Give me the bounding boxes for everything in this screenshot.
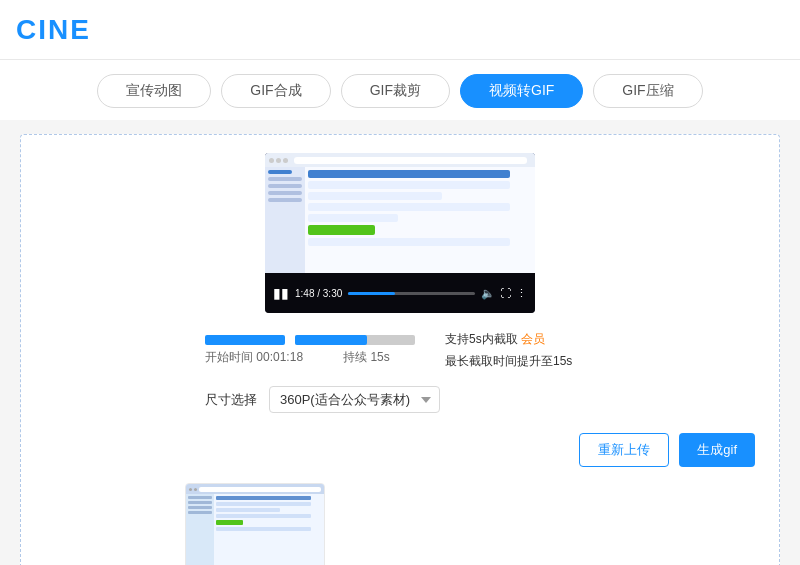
- reupload-button[interactable]: 重新上传: [579, 433, 669, 467]
- preview-content-line: [216, 514, 311, 518]
- content-block: [308, 214, 398, 222]
- browser-dot-3: [283, 158, 288, 163]
- content-block: [308, 203, 510, 211]
- preview-content-line: [216, 508, 280, 512]
- browser-main: [305, 167, 535, 273]
- top-bar: CINE: [0, 0, 800, 60]
- generate-button[interactable]: 生成gif: [679, 433, 755, 467]
- video-player: ▮▮ 1:48 / 3:30 🔈 ⛶ ⋮: [265, 153, 535, 313]
- start-time-label: 开始时间 00:01:18: [205, 349, 303, 366]
- sidebar-line: [268, 177, 302, 181]
- volume-icon[interactable]: 🔈: [481, 287, 495, 300]
- preview-sidebar-line: [188, 511, 212, 514]
- preview-section: 下载: [45, 483, 755, 565]
- preview-browser-bar: [186, 484, 324, 494]
- trim-duration-fill: [295, 335, 367, 345]
- browser-mockup: [265, 153, 535, 273]
- sidebar-line: [268, 198, 302, 202]
- trim-section: 开始时间 00:01:18 持续 15s 支持5s内截取 会员 最长截取时间提升…: [45, 329, 755, 372]
- size-section: 尺寸选择 360P(适合公众号素材) 480P 720P 1080P: [45, 386, 755, 413]
- video-screen: [265, 153, 535, 273]
- preview-sidebar-line: [188, 506, 212, 509]
- trim-bars: 开始时间 00:01:18 持续 15s: [205, 335, 415, 366]
- tab-promo[interactable]: 宣传动图: [97, 74, 211, 108]
- content-block: [308, 192, 442, 200]
- tab-gif-merge[interactable]: GIF合成: [221, 74, 330, 108]
- hint-line1: 支持5s内截取 会员: [445, 329, 572, 351]
- tab-video-to-gif[interactable]: 视频转GIF: [460, 74, 583, 108]
- browser-bar: [265, 153, 535, 167]
- vip-label: 会员: [521, 332, 545, 346]
- trim-duration-bar[interactable]: [295, 335, 415, 345]
- tab-gif-compress[interactable]: GIF压缩: [593, 74, 702, 108]
- tab-gif-crop[interactable]: GIF裁剪: [341, 74, 450, 108]
- browser-url-bar: [294, 157, 527, 164]
- trim-start-bar[interactable]: [205, 335, 285, 345]
- video-screen-content: [265, 153, 535, 273]
- browser-content: [265, 167, 535, 273]
- preview-main: [214, 494, 324, 565]
- size-label: 尺寸选择: [205, 391, 257, 409]
- video-container: ▮▮ 1:48 / 3:30 🔈 ⛶ ⋮: [45, 153, 755, 313]
- preview-sidebar: [186, 494, 214, 565]
- preview-content-line: [216, 527, 311, 531]
- hint-line2: 最长截取时间提升至15s: [445, 351, 572, 373]
- trim-info: 开始时间 00:01:18 持续 15s: [205, 349, 415, 366]
- preview-dot-2: [194, 488, 197, 491]
- preview-dot-1: [189, 488, 192, 491]
- trim-row: 开始时间 00:01:18 持续 15s 支持5s内截取 会员 最长截取时间提升…: [205, 329, 572, 372]
- sidebar-line: [268, 170, 292, 174]
- preview-sidebar-line: [188, 496, 212, 499]
- content-block: [308, 238, 510, 246]
- preview-url-bar: [199, 487, 321, 492]
- browser-dot-2: [276, 158, 281, 163]
- video-controls: ▮▮ 1:48 / 3:30 🔈 ⛶ ⋮: [265, 273, 535, 313]
- control-icons: 🔈 ⛶ ⋮: [481, 287, 527, 300]
- browser-sidebar: [265, 167, 305, 273]
- preview-content-line: [216, 502, 311, 506]
- preview-card: 下载: [185, 483, 325, 565]
- content-block-green: [308, 225, 375, 235]
- preview-sidebar-line: [188, 501, 212, 504]
- content-block: [308, 170, 510, 178]
- progress-bar[interactable]: [348, 292, 475, 295]
- hint-section: 支持5s内截取 会员 最长截取时间提升至15s: [445, 329, 572, 372]
- sidebar-line: [268, 184, 302, 188]
- preview-content-line: [216, 496, 311, 500]
- nav-tabs: 宣传动图 GIF合成 GIF裁剪 视频转GIF GIF压缩: [0, 60, 800, 120]
- preview-content-line-green: [216, 520, 243, 525]
- main-content: ▮▮ 1:48 / 3:30 🔈 ⛶ ⋮: [20, 134, 780, 565]
- play-button[interactable]: ▮▮: [273, 285, 289, 301]
- action-buttons: 重新上传 生成gif: [45, 433, 755, 467]
- browser-dot-1: [269, 158, 274, 163]
- preview-image: [186, 484, 324, 565]
- more-icon[interactable]: ⋮: [516, 287, 527, 300]
- time-display: 1:48 / 3:30: [295, 288, 342, 299]
- progress-fill: [348, 292, 395, 295]
- preview-content: [186, 494, 324, 565]
- duration-label: 持续 15s: [343, 349, 390, 366]
- logo: CINE: [16, 14, 91, 46]
- size-select[interactable]: 360P(适合公众号素材) 480P 720P 1080P: [269, 386, 440, 413]
- sidebar-line: [268, 191, 302, 195]
- fullscreen-icon[interactable]: ⛶: [500, 287, 511, 300]
- content-block: [308, 181, 510, 189]
